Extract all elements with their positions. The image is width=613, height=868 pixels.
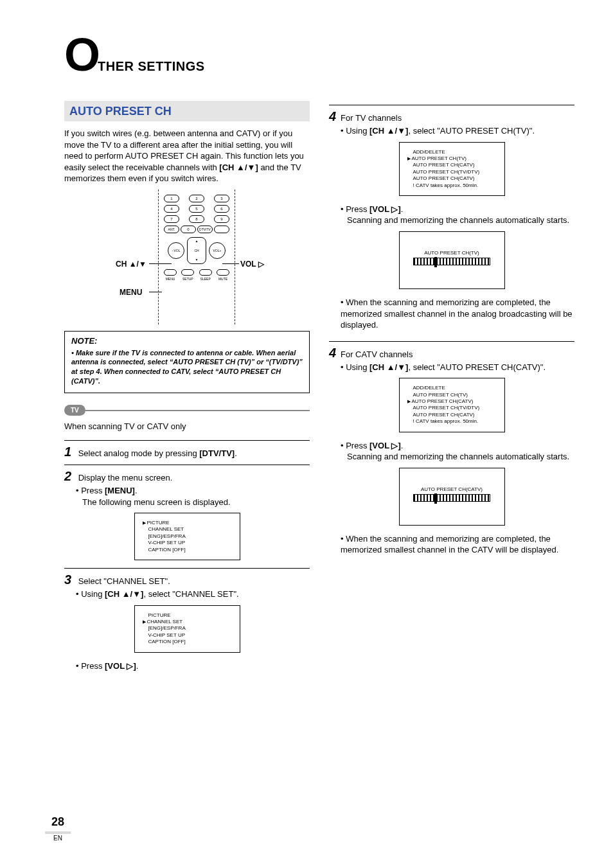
remote-key-9: 9 [214,215,229,223]
screen-menu-item: AUTO PRESET CH(CATV) [407,162,497,168]
page-title: THER SETTINGS [98,58,205,75]
screen-menu-item: [ENG]/ESP/FRA [143,533,232,540]
remote-key-blank [214,226,229,233]
remote-key-vol-down: −VOL [168,242,184,259]
step-2-sub: Press [MENU]. [76,485,310,497]
step-4a-sub-bold: [CH ▲/▼] [369,126,408,136]
remote-body: 1 2 3 4 5 6 7 8 9 [158,190,235,324]
page-title-row: O THER SETTINGS [64,39,574,75]
progress-bar-icon [413,494,490,502]
intro-text: If you switch wires (e.g. between antenn… [64,128,310,184]
step-1-num: 1 [64,443,76,461]
screen-menu-item: ! CATV takes approx. 50min. [407,418,497,425]
step-2-text: Display the menu screen. [78,473,173,483]
remote-key-vol-up: VOL+ [209,242,226,259]
screen-menu-item: ! CATV takes approx. 50min. [407,182,497,189]
callout-line-vol [222,263,239,264]
screen-menu-item: AUTO PRESET CH(CATV) [407,398,497,405]
remote-key-ant: ANT. [164,226,179,233]
screen-menu-item: AUTO PRESET CH(TV) [407,155,497,162]
step-3-sub-bold: [CH ▲/▼] [105,589,143,599]
screen-menu-item: V-CHIP SET UP [143,632,232,639]
step-1: 1 Select analog mode by pressing [DTV/TV… [64,440,310,461]
remote-key-sleep: SLEEP [199,269,212,276]
page-number-lang: EN [45,834,71,843]
title-dropcap: O [64,39,99,71]
screen-menu-item: PICTURE [143,520,232,526]
remote-key-menu: MENU [164,269,177,276]
preset-screen-catv: ADD/DELETEAUTO PRESET CH(TV)AUTO PRESET … [399,378,505,432]
callout-menu: MENU [120,287,142,297]
step-1-pre: Select analog mode by pressing [78,448,200,458]
screen-menu-item: CHANNEL SET [143,526,232,533]
note-box: NOTE: • Make sure if the TV is connected… [64,331,310,393]
step-4b-sub-pre: Using [346,362,369,372]
remote-key-sleep-label: SLEEP [200,277,211,281]
note-body: • Make sure if the TV is connected to an… [71,348,303,386]
page-number-value: 28 [45,814,71,829]
page-number: 28 EN [45,814,71,842]
remote-key-8: 8 [189,215,204,223]
step-3-press-bold: [VOL ▷] [105,661,136,671]
step-4a-press-bold: [VOL ▷] [369,204,401,214]
step-3-press: Press [VOL ▷]. [76,660,310,672]
step-4a-scan: Scanning and memorizing the channels aut… [347,215,574,226]
screen-menu-item: AUTO PRESET CH(CATV) [407,175,497,182]
step-3-sub-post: , select "CHANNEL SET". [143,589,238,599]
tv-tag: TV [64,405,85,416]
step-4b-sub-post: , select "AUTO PRESET CH(CATV)". [408,362,546,372]
step-4a-num: 4 [329,108,341,125]
result-catv: When the scanning and memorizing are com… [341,533,574,556]
callout-line-menu [149,292,162,292]
step-3-sub-pre: Using [81,589,105,599]
screen-menu-item: CAPTION [OFF] [143,547,232,553]
step-3-num: 3 [64,571,76,589]
step-4-tv: 4 For TV channels Using [CH ▲/▼], select… [329,105,574,331]
remote-key-mute: MUTE [217,269,229,276]
remote-illustration-wrap: 1 2 3 4 5 6 7 8 9 [64,190,310,324]
step-4a-press-post: . [401,204,404,214]
menu-screen-2: PICTURECHANNEL SET[ENG]/ESP/FRAV-CHIP SE… [134,605,240,653]
intro-bold: [CH ▲/▼] [219,163,258,172]
step-4b-scan: Scanning and memorizing the channels aut… [347,451,574,463]
columns: AUTO PRESET CH If you switch wires (e.g.… [64,101,574,671]
remote-key-2: 2 [189,195,204,202]
note-title: NOTE: [71,335,303,347]
step-2-sub-line2: The following menu screen is displayed. [82,497,310,508]
remote-key-1: 1 [164,195,179,202]
remote-key-7: 7 [164,215,179,223]
step-3-press-pre: Press [81,661,105,671]
callout-ch: CH ▲/▼ [116,259,147,269]
step-1-post: . [235,448,237,458]
remote-key-ch-label: CH [194,249,199,253]
screen-menu-item: CHANNEL SET [143,619,232,625]
tv-tag-row: TV [64,405,310,416]
step-1-bold: [DTV/TV] [199,448,235,458]
step-4b-sub-bold: [CH ▲/▼] [369,362,408,372]
progress-screen-catv: AUTO PRESET CH(CATV) [399,468,505,526]
progress-bar-icon [413,258,490,265]
screen-menu-item: ADD/DELETE [407,149,497,155]
screen-menu-item: [ENG]/ESP/FRA [143,625,232,632]
section-header: AUTO PRESET CH [64,101,310,121]
screen-menu-item: AUTO PRESET CH(TV/DTV) [407,405,497,411]
step-2-sub-pre: Press [81,486,105,495]
progress-screen-tv: AUTO PRESET CH(TV) [399,231,505,289]
step-4b-sub: Using [CH ▲/▼], select "AUTO PRESET CH(C… [341,362,574,373]
step-4-catv: 4 For CATV channels Using [CH ▲/▼], sele… [329,341,574,556]
screen-menu-item: AUTO PRESET CH(CATV) [407,412,497,418]
step-4b-press-bold: [VOL ▷] [369,441,401,450]
left-column: AUTO PRESET CH If you switch wires (e.g.… [64,101,310,671]
screen-menu-item: PICTURE [143,612,232,619]
step-4b-press: Press [VOL ▷]. [341,440,574,452]
step-3-press-post: . [136,661,139,671]
subheading: When scanning TV or CATV only [64,421,310,432]
callout-vol: VOL ▷ [240,259,264,269]
step-1-text: Select analog mode by pressing [DTV/TV]. [78,448,237,458]
callout-line-ch [149,263,172,264]
screen-menu-item: AUTO PRESET CH(TV/DTV) [407,169,497,175]
remote-key-5: 5 [189,205,204,213]
step-4b-press-pre: Press [346,441,369,450]
remote-key-4: 4 [164,205,179,213]
preset-screen-tv: ADD/DELETEAUTO PRESET CH(TV)AUTO PRESET … [399,142,505,196]
